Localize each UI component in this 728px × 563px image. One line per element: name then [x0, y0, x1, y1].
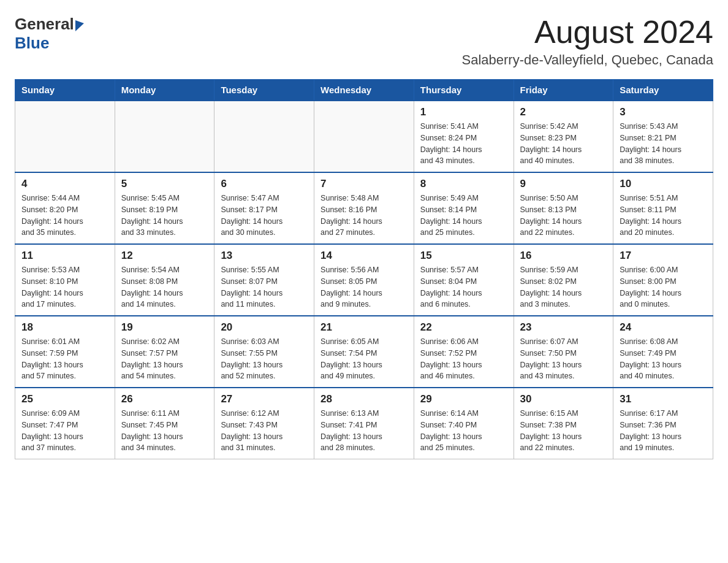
day-number: 4 [21, 178, 108, 190]
calendar-cell: 31Sunrise: 6:17 AM Sunset: 7:36 PM Dayli… [613, 388, 713, 459]
calendar-table: Sunday Monday Tuesday Wednesday Thursday… [15, 79, 713, 459]
calendar-cell: 3Sunrise: 5:43 AM Sunset: 8:21 PM Daylig… [613, 101, 713, 172]
day-info: Sunrise: 5:51 AM Sunset: 8:11 PM Dayligh… [620, 193, 707, 239]
calendar-cell: 28Sunrise: 6:13 AM Sunset: 7:41 PM Dayli… [314, 388, 414, 459]
week-row-3: 11Sunrise: 5:53 AM Sunset: 8:10 PM Dayli… [15, 244, 713, 316]
day-info: Sunrise: 5:47 AM Sunset: 8:17 PM Dayligh… [221, 193, 308, 239]
calendar-cell: 21Sunrise: 6:05 AM Sunset: 7:54 PM Dayli… [314, 316, 414, 388]
week-row-5: 25Sunrise: 6:09 AM Sunset: 7:47 PM Dayli… [15, 388, 713, 459]
calendar-cell: 9Sunrise: 5:50 AM Sunset: 8:13 PM Daylig… [514, 172, 613, 244]
day-info: Sunrise: 5:55 AM Sunset: 8:07 PM Dayligh… [221, 264, 308, 310]
title-area: August 2024 Salaberry-de-Valleyfield, Qu… [462, 15, 714, 68]
weekday-header-row: Sunday Monday Tuesday Wednesday Thursday… [15, 80, 713, 101]
calendar-cell [214, 101, 314, 172]
calendar-cell [314, 101, 414, 172]
calendar-cell [115, 101, 214, 172]
calendar-cell: 17Sunrise: 6:00 AM Sunset: 8:00 PM Dayli… [613, 244, 713, 316]
day-info: Sunrise: 5:56 AM Sunset: 8:05 PM Dayligh… [320, 264, 408, 310]
logo: General Blue [15, 15, 85, 53]
calendar-cell: 8Sunrise: 5:49 AM Sunset: 8:14 PM Daylig… [414, 172, 514, 244]
day-number: 29 [420, 393, 507, 405]
calendar-cell: 15Sunrise: 5:57 AM Sunset: 8:04 PM Dayli… [414, 244, 514, 316]
header-sunday: Sunday [15, 80, 115, 101]
day-info: Sunrise: 6:14 AM Sunset: 7:40 PM Dayligh… [420, 408, 507, 454]
calendar-cell [15, 101, 115, 172]
day-number: 6 [221, 178, 308, 190]
day-number: 19 [121, 321, 208, 334]
day-info: Sunrise: 5:49 AM Sunset: 8:14 PM Dayligh… [420, 193, 507, 239]
header-friday: Friday [514, 80, 613, 101]
calendar-cell: 22Sunrise: 6:06 AM Sunset: 7:52 PM Dayli… [414, 316, 514, 388]
week-row-1: 1Sunrise: 5:41 AM Sunset: 8:24 PM Daylig… [15, 101, 713, 172]
calendar-cell: 6Sunrise: 5:47 AM Sunset: 8:17 PM Daylig… [214, 172, 314, 244]
calendar-cell: 30Sunrise: 6:15 AM Sunset: 7:38 PM Dayli… [514, 388, 613, 459]
calendar-cell: 13Sunrise: 5:55 AM Sunset: 8:07 PM Dayli… [214, 244, 314, 316]
page-header: General Blue August 2024 Salaberry-de-Va… [15, 15, 713, 68]
calendar-cell: 19Sunrise: 6:02 AM Sunset: 7:57 PM Dayli… [115, 316, 214, 388]
day-info: Sunrise: 6:09 AM Sunset: 7:47 PM Dayligh… [21, 408, 108, 454]
day-number: 2 [520, 106, 607, 118]
day-info: Sunrise: 5:53 AM Sunset: 8:10 PM Dayligh… [21, 264, 108, 310]
calendar-cell: 16Sunrise: 5:59 AM Sunset: 8:02 PM Dayli… [514, 244, 613, 316]
day-info: Sunrise: 6:17 AM Sunset: 7:36 PM Dayligh… [620, 408, 707, 454]
calendar-cell: 18Sunrise: 6:01 AM Sunset: 7:59 PM Dayli… [15, 316, 115, 388]
calendar-cell: 1Sunrise: 5:41 AM Sunset: 8:24 PM Daylig… [414, 101, 514, 172]
day-number: 13 [221, 250, 308, 262]
day-number: 26 [121, 393, 208, 405]
day-number: 5 [121, 178, 208, 190]
header-saturday: Saturday [613, 80, 713, 101]
day-info: Sunrise: 6:07 AM Sunset: 7:50 PM Dayligh… [520, 336, 607, 382]
month-title: August 2024 [462, 15, 714, 50]
day-number: 24 [620, 321, 707, 334]
day-number: 20 [221, 321, 308, 334]
calendar-cell: 7Sunrise: 5:48 AM Sunset: 8:16 PM Daylig… [314, 172, 414, 244]
calendar-cell: 23Sunrise: 6:07 AM Sunset: 7:50 PM Dayli… [514, 316, 613, 388]
day-info: Sunrise: 6:15 AM Sunset: 7:38 PM Dayligh… [520, 408, 607, 454]
day-info: Sunrise: 5:50 AM Sunset: 8:13 PM Dayligh… [520, 193, 607, 239]
day-number: 11 [21, 250, 108, 262]
day-number: 3 [620, 106, 707, 118]
week-row-2: 4Sunrise: 5:44 AM Sunset: 8:20 PM Daylig… [15, 172, 713, 244]
day-info: Sunrise: 6:05 AM Sunset: 7:54 PM Dayligh… [320, 336, 408, 382]
week-row-4: 18Sunrise: 6:01 AM Sunset: 7:59 PM Dayli… [15, 316, 713, 388]
calendar-cell: 12Sunrise: 5:54 AM Sunset: 8:08 PM Dayli… [115, 244, 214, 316]
day-info: Sunrise: 6:12 AM Sunset: 7:43 PM Dayligh… [221, 408, 308, 454]
day-info: Sunrise: 5:45 AM Sunset: 8:19 PM Dayligh… [121, 193, 208, 239]
header-tuesday: Tuesday [214, 80, 314, 101]
day-number: 16 [520, 250, 607, 262]
day-info: Sunrise: 5:57 AM Sunset: 8:04 PM Dayligh… [420, 264, 507, 310]
location-title: Salaberry-de-Valleyfield, Quebec, Canada [462, 52, 714, 68]
calendar-cell: 2Sunrise: 5:42 AM Sunset: 8:23 PM Daylig… [514, 101, 613, 172]
logo-general-text: General [15, 15, 74, 34]
day-number: 17 [620, 250, 707, 262]
logo-arrow-icon [75, 18, 84, 31]
day-number: 7 [320, 178, 408, 190]
calendar-cell: 5Sunrise: 5:45 AM Sunset: 8:19 PM Daylig… [115, 172, 214, 244]
day-number: 31 [620, 393, 707, 405]
day-info: Sunrise: 6:03 AM Sunset: 7:55 PM Dayligh… [221, 336, 308, 382]
calendar-cell: 24Sunrise: 6:08 AM Sunset: 7:49 PM Dayli… [613, 316, 713, 388]
day-info: Sunrise: 6:01 AM Sunset: 7:59 PM Dayligh… [21, 336, 108, 382]
day-info: Sunrise: 5:42 AM Sunset: 8:23 PM Dayligh… [520, 121, 607, 167]
day-info: Sunrise: 5:48 AM Sunset: 8:16 PM Dayligh… [320, 193, 408, 239]
logo-blue-text: Blue [15, 34, 49, 53]
day-number: 9 [520, 178, 607, 190]
header-thursday: Thursday [414, 80, 514, 101]
day-number: 30 [520, 393, 607, 405]
day-info: Sunrise: 6:11 AM Sunset: 7:45 PM Dayligh… [121, 408, 208, 454]
day-number: 18 [21, 321, 108, 334]
day-info: Sunrise: 5:59 AM Sunset: 8:02 PM Dayligh… [520, 264, 607, 310]
day-number: 14 [320, 250, 408, 262]
day-number: 27 [221, 393, 308, 405]
day-info: Sunrise: 6:08 AM Sunset: 7:49 PM Dayligh… [620, 336, 707, 382]
calendar-cell: 20Sunrise: 6:03 AM Sunset: 7:55 PM Dayli… [214, 316, 314, 388]
header-monday: Monday [115, 80, 214, 101]
calendar-cell: 26Sunrise: 6:11 AM Sunset: 7:45 PM Dayli… [115, 388, 214, 459]
calendar-cell: 14Sunrise: 5:56 AM Sunset: 8:05 PM Dayli… [314, 244, 414, 316]
day-info: Sunrise: 5:43 AM Sunset: 8:21 PM Dayligh… [620, 121, 707, 167]
day-number: 15 [420, 250, 507, 262]
calendar-cell: 27Sunrise: 6:12 AM Sunset: 7:43 PM Dayli… [214, 388, 314, 459]
calendar-cell: 25Sunrise: 6:09 AM Sunset: 7:47 PM Dayli… [15, 388, 115, 459]
day-info: Sunrise: 6:06 AM Sunset: 7:52 PM Dayligh… [420, 336, 507, 382]
day-number: 23 [520, 321, 607, 334]
